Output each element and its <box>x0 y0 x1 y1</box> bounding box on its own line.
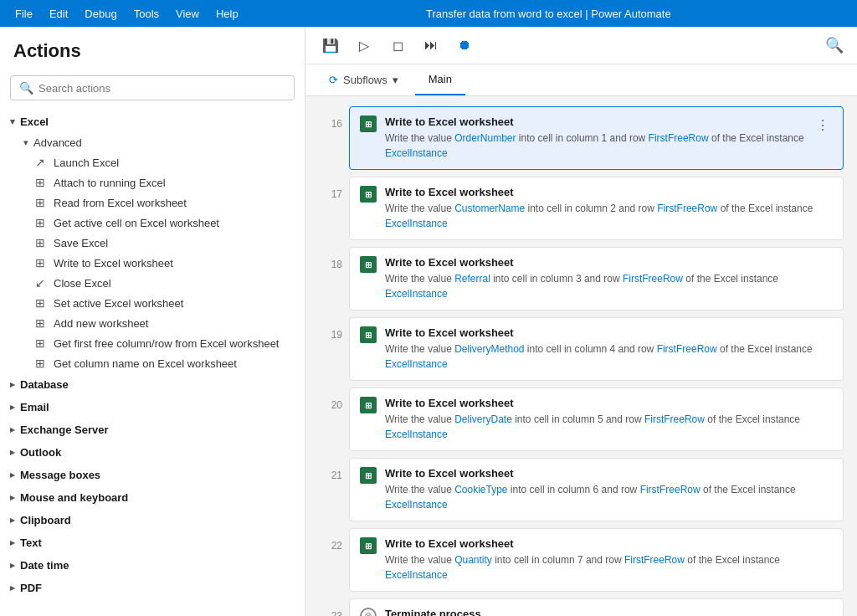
value-cookietype: CookieType <box>454 484 507 495</box>
next-button[interactable]: ⏭ <box>419 33 443 57</box>
card-desc-18: Write the value Referral into cell in co… <box>385 271 833 301</box>
value-firstfreerow-17: FirstFreeRow <box>657 203 717 214</box>
search-box[interactable]: 🔍 <box>10 75 295 100</box>
card-desc-17: Write the value CustomerName into cell i… <box>385 201 833 231</box>
action-launch-excel[interactable]: ↗ Launch Excel <box>3 152 305 172</box>
action-get-first-free[interactable]: ⊞ Get first free column/row from Excel w… <box>3 333 305 353</box>
value-firstfreerow-21: FirstFreeRow <box>640 484 700 495</box>
run-button[interactable]: ▷ <box>352 33 376 57</box>
message-boxes-chevron <box>10 470 15 480</box>
mouse-keyboard-chevron <box>10 492 15 503</box>
category-outlook[interactable]: Outlook <box>0 441 305 464</box>
excel-icon-18: ⊞ <box>360 256 377 273</box>
column-name-icon: ⊞ <box>33 357 47 370</box>
excel-icon-20: ⊞ <box>360 397 377 413</box>
value-ordernumber: OrderNumber <box>454 132 516 144</box>
menu-debug[interactable]: Debug <box>76 4 125 23</box>
value-firstfreerow-19: FirstFreeRow <box>657 343 717 355</box>
workflow-row-20: 20 ⊞ Write to Excel worksheet Write the … <box>305 384 857 454</box>
search-toolbar-button[interactable]: 🔍 <box>825 36 844 54</box>
menu-file[interactable]: File <box>7 4 41 23</box>
card-content-18: Write to Excel worksheet Write the value… <box>385 256 833 301</box>
action-attach-excel[interactable]: ⊞ Attach to running Excel <box>3 172 305 192</box>
action-write-excel[interactable]: ⊞ Write to Excel worksheet <box>3 253 305 273</box>
workflow-row-22: 22 ⊞ Write to Excel worksheet Write the … <box>305 525 857 595</box>
excel-icon-22: ⊞ <box>360 537 377 554</box>
excel-icon-16: ⊞ <box>360 116 377 132</box>
category-pdf[interactable]: PDF <box>0 577 305 599</box>
subflows-label: Subflows <box>343 74 387 86</box>
workflow-row-19: 19 ⊞ Write to Excel worksheet Write the … <box>305 314 857 384</box>
workflow-area: 16 ⊞ Write to Excel worksheet Write the … <box>305 96 857 616</box>
advanced-chevron <box>23 137 28 148</box>
launch-icon: ↗ <box>33 156 47 169</box>
first-free-icon: ⊞ <box>33 336 47 350</box>
workflow-card-20[interactable]: ⊞ Write to Excel worksheet Write the val… <box>349 388 844 451</box>
email-chevron <box>10 402 15 413</box>
workflow-card-19[interactable]: ⊞ Write to Excel worksheet Write the val… <box>349 317 844 381</box>
workflow-card-23[interactable]: ⊗ Terminate process Terminate process wi… <box>349 598 844 616</box>
save-toolbar-button[interactable]: 💾 <box>319 33 342 57</box>
value-quantity: Quantity <box>454 554 492 566</box>
record-button[interactable]: ⏺ <box>453 33 476 57</box>
card-title-21: Write to Excel worksheet <box>385 467 833 480</box>
category-email[interactable]: Email <box>0 396 305 418</box>
card-content-19: Write to Excel worksheet Write the value… <box>385 326 833 372</box>
sidebar-content: Excel Advanced ↗ Launch Excel ⊞ Attach t… <box>0 107 305 616</box>
value-excelinstance-20: ExcelInstance <box>385 429 448 440</box>
action-close-excel[interactable]: ↙ Close Excel <box>3 273 305 293</box>
workflow-row-21: 21 ⊞ Write to Excel worksheet Write the … <box>305 454 857 525</box>
menu-tools[interactable]: Tools <box>126 4 167 23</box>
card-title-18: Write to Excel worksheet <box>385 256 833 269</box>
category-datetime[interactable]: Date time <box>0 554 305 577</box>
excel-chevron <box>10 116 15 127</box>
workflow-row-18: 18 ⊞ Write to Excel worksheet Write the … <box>305 244 857 314</box>
workflow-card-22[interactable]: ⊞ Write to Excel worksheet Write the val… <box>349 528 844 592</box>
value-customername: CustomerName <box>454 203 525 214</box>
category-message-boxes[interactable]: Message boxes <box>0 464 305 486</box>
database-chevron <box>10 379 15 390</box>
value-referral: Referral <box>454 273 490 285</box>
card-title-19: Write to Excel worksheet <box>385 326 833 339</box>
workflow-row-23: 23 ⊗ Terminate process Terminate process… <box>305 595 857 616</box>
card-desc-19: Write the value DeliveryMethod into cell… <box>385 341 833 372</box>
subcategory-advanced[interactable]: Advanced <box>3 133 305 152</box>
category-clipboard[interactable]: Clipboard <box>0 509 305 531</box>
action-save-excel[interactable]: ⊞ Save Excel <box>3 233 305 253</box>
set-active-icon: ⊞ <box>33 296 47 310</box>
card-menu-16[interactable]: ⋮ <box>813 116 833 135</box>
action-get-active-cell[interactable]: ⊞ Get active cell on Excel worksheet <box>3 213 305 233</box>
workflow-card-16[interactable]: ⊞ Write to Excel worksheet Write the val… <box>349 106 844 170</box>
value-excelinstance-18: ExcelInstance <box>385 288 448 300</box>
close-excel-icon: ↙ <box>33 276 47 290</box>
menu-help[interactable]: Help <box>208 4 247 23</box>
action-read-excel[interactable]: ⊞ Read from Excel worksheet <box>3 192 305 213</box>
value-excelinstance-17: ExcelInstance <box>385 218 448 229</box>
write-icon: ⊞ <box>33 256 47 270</box>
action-add-worksheet[interactable]: ⊞ Add new worksheet <box>3 313 305 333</box>
subflows-tab[interactable]: ⟳ Subflows ▾ <box>319 65 408 95</box>
workflow-card-21[interactable]: ⊞ Write to Excel worksheet Write the val… <box>349 458 844 521</box>
action-set-active-worksheet[interactable]: ⊞ Set active Excel worksheet <box>3 293 305 313</box>
stop-button[interactable]: ◻ <box>386 33 409 57</box>
action-get-column-name[interactable]: ⊞ Get column name on Excel worksheet <box>3 353 305 373</box>
add-worksheet-icon: ⊞ <box>33 316 47 330</box>
search-input[interactable] <box>38 82 285 95</box>
category-excel[interactable]: Excel <box>0 110 305 133</box>
workflow-card-18[interactable]: ⊞ Write to Excel worksheet Write the val… <box>349 247 844 311</box>
attach-icon: ⊞ <box>33 176 47 189</box>
card-title-22: Write to Excel worksheet <box>385 537 833 550</box>
menu-view[interactable]: View <box>167 4 208 23</box>
workflow-row-16: 16 ⊞ Write to Excel worksheet Write the … <box>305 103 857 173</box>
category-text[interactable]: Text <box>0 531 305 554</box>
category-exchange[interactable]: Exchange Server <box>0 418 305 441</box>
workflow-card-17[interactable]: ⊞ Write to Excel worksheet Write the val… <box>349 177 844 240</box>
card-title-20: Write to Excel worksheet <box>385 397 833 409</box>
menu-edit[interactable]: Edit <box>41 4 76 23</box>
category-mouse-keyboard[interactable]: Mouse and keyboard <box>0 486 305 509</box>
main-tab[interactable]: Main <box>415 64 465 95</box>
value-excelinstance-19: ExcelInstance <box>385 358 448 370</box>
excel-icon-19: ⊞ <box>360 326 377 343</box>
category-database[interactable]: Database <box>0 373 305 396</box>
window-title: Transfer data from word to excel | Power… <box>247 8 850 20</box>
